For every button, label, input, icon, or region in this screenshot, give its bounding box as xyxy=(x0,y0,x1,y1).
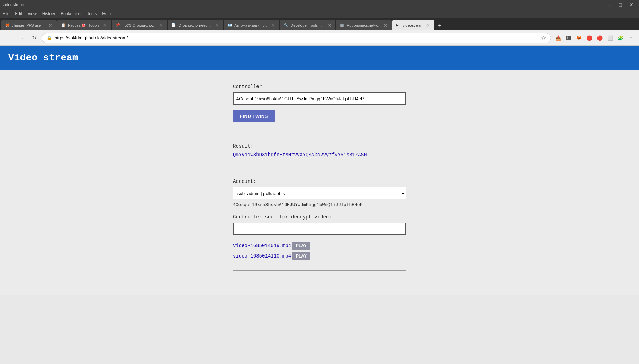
browser-chrome: videostream ─ □ ✕ File Edit View History… xyxy=(0,0,639,46)
menu-bookmarks[interactable]: Bookmarks xyxy=(61,11,81,16)
tab-4[interactable]: 📄 Стоматологическая по... ✕ xyxy=(168,20,223,30)
title-bar-text: videostream xyxy=(3,2,25,7)
tab-1-label: change IPFS user and a... xyxy=(12,23,46,27)
maximize-button[interactable]: □ xyxy=(615,0,625,10)
nav-extensions: 📥 🅼 🦊 🔴 🔴 ⬜ 🧩 ≡ xyxy=(554,34,635,42)
tab-4-favicon: 📄 xyxy=(171,23,176,28)
tab-8-close[interactable]: ✕ xyxy=(425,23,431,28)
seed-label: Controller seed for decrypt video: xyxy=(233,214,406,220)
minimize-button[interactable]: ─ xyxy=(604,0,614,10)
video-link-2[interactable]: video-1685014110.mp4 xyxy=(233,253,291,259)
tab-1-close[interactable]: ✕ xyxy=(48,23,53,28)
account-label: Account: xyxy=(233,179,406,184)
tab-3-favicon: 📌 xyxy=(115,23,120,28)
tab-5-label: Автоматизация отпра... xyxy=(234,23,269,27)
menu-file[interactable]: File xyxy=(3,11,9,16)
tab-4-close[interactable]: ✕ xyxy=(215,23,220,28)
divider-2 xyxy=(233,168,406,168)
browser-menu[interactable]: ≡ xyxy=(627,34,635,42)
ext-icon-3[interactable]: 🦊 xyxy=(575,34,583,42)
play-button-2[interactable]: PLAY xyxy=(292,252,310,260)
controller-label: Controller xyxy=(233,84,406,90)
menu-history[interactable]: History xyxy=(42,11,55,16)
extensions-menu[interactable]: 🧩 xyxy=(616,34,624,42)
menu-tools[interactable]: Tools xyxy=(87,11,97,16)
tab-2-close[interactable]: ✕ xyxy=(102,23,108,28)
play-button-1[interactable]: PLAY xyxy=(292,242,310,250)
tab-3-close[interactable]: ✕ xyxy=(159,23,164,28)
tab-2[interactable]: 📋 Работа 🎯: Todoist ✕ xyxy=(57,20,111,30)
tab-1-favicon: 🦊 xyxy=(5,23,10,28)
controller-section: Controller FIND TWINS xyxy=(233,84,406,122)
account-address: 4CesqpF19xsn8hskh​A1GHJUYwJmPmgg1bWnQfiJ… xyxy=(233,202,406,207)
tab-2-favicon: 📋 xyxy=(61,23,66,28)
menu-help[interactable]: Help xyxy=(102,11,111,16)
tab-6[interactable]: 🔧 Developer Tools – Hom... ✕ xyxy=(280,20,335,30)
url-input[interactable] xyxy=(55,35,537,40)
reload-button[interactable]: ↻ xyxy=(29,33,39,43)
ext-icon-5[interactable]: 🔴 xyxy=(595,34,604,42)
page-title: Video stream xyxy=(8,53,631,63)
tab-7-label: Robonomics.network |... xyxy=(346,23,381,27)
ext-icon-6[interactable]: ⬜ xyxy=(606,34,614,42)
page-content: Controller FIND TWINS Result: QmYVo1w3bD… xyxy=(0,70,639,295)
tab-1[interactable]: 🦊 change IPFS user and a... ✕ xyxy=(1,20,57,30)
title-bar: videostream ─ □ ✕ xyxy=(0,0,639,10)
forward-button[interactable]: → xyxy=(17,33,26,43)
menu-bar: File Edit View History Bookmarks Tools H… xyxy=(0,10,639,18)
nav-bar: ← → ↻ 🔒 ☆ 📥 🅼 🦊 🔴 🔴 ⬜ 🧩 ≡ xyxy=(0,30,639,46)
lock-icon: 🔒 xyxy=(47,36,52,40)
tab-6-label: Developer Tools – Hom... xyxy=(290,23,325,27)
seed-input[interactable] xyxy=(233,223,406,235)
result-label: Result: xyxy=(233,143,406,149)
account-section: Account: sub_admin | polkadot-js 4CesqpF… xyxy=(233,179,406,260)
tab-6-close[interactable]: ✕ xyxy=(327,23,332,28)
tab-8-favicon: ▶ xyxy=(396,23,400,28)
back-button[interactable]: ← xyxy=(4,33,14,43)
divider-3 xyxy=(233,270,406,271)
tab-5-close[interactable]: ✕ xyxy=(271,23,276,28)
address-bar: 🔒 ☆ xyxy=(42,33,551,43)
controller-input[interactable] xyxy=(233,92,406,105)
tab-8[interactable]: ▶ videostream ✕ xyxy=(392,20,434,30)
divider-1 xyxy=(233,133,406,133)
tab-7[interactable]: 🤖 Robonomics.network |... ✕ xyxy=(336,20,392,30)
close-button[interactable]: ✕ xyxy=(627,0,636,10)
ext-icon-1[interactable]: 📥 xyxy=(554,34,562,42)
ext-icon-2[interactable]: 🅼 xyxy=(564,34,573,42)
find-twins-button[interactable]: FIND TWINS xyxy=(233,110,275,122)
tab-3[interactable]: 📌 ГБУЗ Стоматологичес... ✕ xyxy=(112,20,167,30)
video-item-2: video-1685014110.mp4 PLAY xyxy=(233,252,406,260)
tab-6-favicon: 🔧 xyxy=(284,23,288,28)
video-link-1[interactable]: video-1685014019.mp4 xyxy=(233,243,291,249)
tab-7-close[interactable]: ✕ xyxy=(383,23,388,28)
tabs-bar: 🦊 change IPFS user and a... ✕ 📋 Работа 🎯… xyxy=(0,18,639,30)
account-select[interactable]: sub_admin | polkadot-js xyxy=(233,187,406,199)
tab-2-label: Работа 🎯: Todoist xyxy=(68,23,100,28)
window-controls: ─ □ ✕ xyxy=(604,0,636,10)
tab-5-favicon: 📧 xyxy=(227,23,232,28)
ext-icon-4[interactable]: 🔴 xyxy=(585,34,593,42)
tab-4-label: Стоматологическая по... xyxy=(178,23,213,27)
tab-7-favicon: 🤖 xyxy=(340,23,344,28)
menu-view[interactable]: View xyxy=(28,11,37,16)
new-tab-button[interactable]: + xyxy=(435,21,444,30)
tab-3-label: ГБУЗ Стоматологичес... xyxy=(122,23,156,27)
tab-8-label: videostream xyxy=(403,23,423,27)
page-header: Video stream xyxy=(0,46,639,70)
bookmark-star-icon[interactable]: ☆ xyxy=(541,35,546,41)
result-link[interactable]: QmYVo1w3bD31hqfnEtMHrvVXYQSNkc2vyzfyY51s… xyxy=(233,152,367,158)
video-item-1: video-1685014019.mp4 PLAY xyxy=(233,242,406,250)
menu-edit[interactable]: Edit xyxy=(15,11,22,16)
tab-5[interactable]: 📧 Автоматизация отпра... ✕ xyxy=(224,20,279,30)
video-list: video-1685014019.mp4 PLAY video-16850141… xyxy=(233,242,406,260)
result-section: Result: QmYVo1w3bD31hqfnEtMHrvVXYQSNkc2v… xyxy=(233,143,406,158)
